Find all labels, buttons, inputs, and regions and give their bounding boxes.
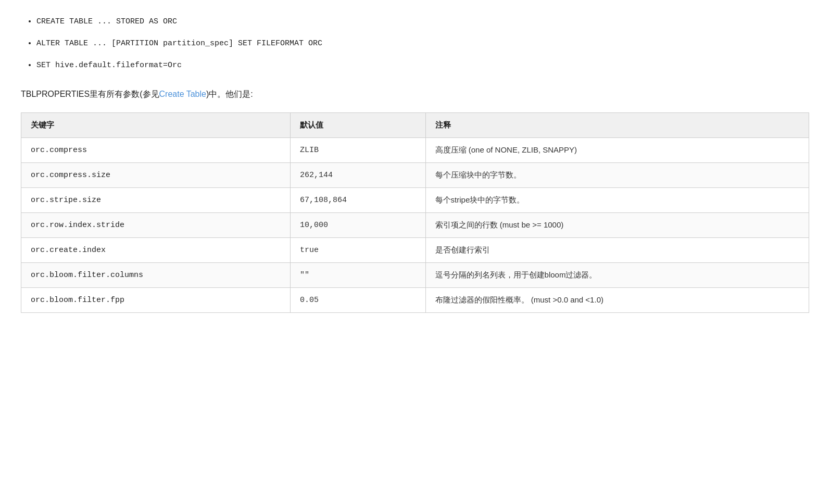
intro-paragraph: TBLPROPERTIES里有所有参数(参见Create Table)中。他们是… (21, 87, 809, 101)
table-row: orc.compressZLIB高度压缩 (one of NONE, ZLIB,… (21, 137, 809, 162)
table-row: orc.stripe.size67,108,864每个stripe块中的字节数。 (21, 187, 809, 212)
table-cell-note: 每个stripe块中的字节数。 (425, 187, 809, 212)
table-cell-note: 高度压缩 (one of NONE, ZLIB, SNAPPY) (425, 137, 809, 162)
col-header-keyword: 关键字 (21, 112, 291, 137)
bullet-item: ALTER TABLE ... [PARTITION partition_spe… (36, 37, 809, 50)
table-cell-note: 是否创建行索引 (425, 237, 809, 262)
table-row: orc.bloom.filter.columns""逗号分隔的列名列表，用于创建… (21, 262, 809, 287)
table-cell-key: orc.stripe.size (21, 187, 291, 212)
table-row: orc.bloom.filter.fpp0.05布隆过滤器的假阳性概率。 (mu… (21, 287, 809, 312)
table-row: orc.create.indextrue是否创建行索引 (21, 237, 809, 262)
table-cell-default: 262,144 (291, 162, 426, 187)
table-cell-note: 布隆过滤器的假阳性概率。 (must >0.0 and <1.0) (425, 287, 809, 312)
bullet-item: CREATE TABLE ... STORED AS ORC (36, 16, 809, 28)
table-cell-key: orc.compress (21, 137, 291, 162)
table-header: 关键字 默认值 注释 (21, 112, 809, 137)
table-cell-default: 10,000 (291, 212, 426, 237)
table-row: orc.compress.size262,144每个压缩块中的字节数。 (21, 162, 809, 187)
table-cell-key: orc.bloom.filter.fpp (21, 287, 291, 312)
table-cell-default: true (291, 237, 426, 262)
table-cell-key: orc.bloom.filter.columns (21, 262, 291, 287)
table-cell-note: 索引项之间的行数 (must be >= 1000) (425, 212, 809, 237)
bullet-list: CREATE TABLE ... STORED AS ORCALTER TABL… (21, 16, 809, 72)
bullet-item: SET hive.default.fileformat=Orc (36, 59, 809, 72)
table-cell-default: 67,108,864 (291, 187, 426, 212)
create-table-link[interactable]: Create Table (159, 90, 206, 98)
table-cell-note: 每个压缩块中的字节数。 (425, 162, 809, 187)
header-row: 关键字 默认值 注释 (21, 112, 809, 137)
table-cell-key: orc.compress.size (21, 162, 291, 187)
table-body: orc.compressZLIB高度压缩 (one of NONE, ZLIB,… (21, 137, 809, 312)
table-row: orc.row.index.stride10,000索引项之间的行数 (must… (21, 212, 809, 237)
table-cell-default: "" (291, 262, 426, 287)
table-cell-default: ZLIB (291, 137, 426, 162)
col-header-note: 注释 (425, 112, 809, 137)
col-header-default: 默认值 (291, 112, 426, 137)
table-cell-key: orc.create.index (21, 237, 291, 262)
table-cell-note: 逗号分隔的列名列表，用于创建bloom过滤器。 (425, 262, 809, 287)
properties-table: 关键字 默认值 注释 orc.compressZLIB高度压缩 (one of … (21, 112, 809, 313)
table-cell-default: 0.05 (291, 287, 426, 312)
table-cell-key: orc.row.index.stride (21, 212, 291, 237)
